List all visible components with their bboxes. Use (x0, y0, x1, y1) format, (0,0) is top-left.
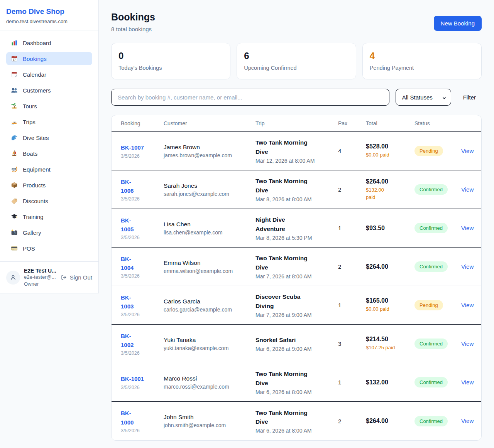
sidebar-item-equipment[interactable]: Equipment (6, 163, 92, 176)
grad-cap-icon (11, 213, 18, 220)
sidebar-item-discounts[interactable]: Discounts (6, 194, 92, 207)
stat-card: 4 Pending Payment (362, 43, 482, 79)
sidebar-item-label: POS (23, 245, 35, 252)
sidebar-item-trips[interactable]: Trips (6, 115, 92, 128)
tear-calendar-icon (11, 71, 18, 78)
view-link[interactable]: View (461, 186, 474, 193)
sidebar-item-dashboard[interactable]: Dashboard (6, 36, 92, 49)
booking-id-link[interactable]: BK-1000 (121, 409, 139, 427)
booking-id-link[interactable]: BK-1005 (121, 216, 139, 234)
booking-id-link[interactable]: BK-1001 (121, 376, 144, 382)
pax-cell: 3 (338, 340, 366, 347)
booking-date: 3/5/2026 (121, 196, 164, 202)
total-amount: $165.00 (366, 297, 414, 304)
brand-title[interactable]: Demo Dive Shop (6, 7, 92, 16)
page-subtitle: 8 total bookings (111, 26, 155, 32)
view-link[interactable]: View (461, 148, 474, 154)
total-cell: $214.50 $107.25 paid (366, 336, 414, 352)
bar-chart-icon (11, 39, 18, 46)
total-cell: $264.00 (366, 418, 414, 424)
search-input[interactable] (111, 89, 389, 106)
status-cell: Confirmed (414, 223, 461, 233)
sidebar-item-bookings[interactable]: Bookings (6, 52, 92, 65)
sidebar-item-gallery[interactable]: Gallery (6, 226, 92, 239)
trip-datetime: Mar 7, 2026 at 8:00 AM (255, 273, 338, 280)
sidebar-item-label: Equipment (23, 166, 51, 173)
column-header-pax: Pax (338, 120, 366, 126)
status-badge: Confirmed (414, 184, 448, 195)
table-row: BK-1005 3/5/2026 Lisa Chen lisa.chen@exa… (112, 209, 481, 248)
sidebar-item-tours[interactable]: Tours (6, 99, 92, 113)
total-cell: $264.00 (366, 263, 414, 270)
booking-date: 3/5/2026 (121, 235, 164, 240)
customer-email: carlos.garcia@example.com (164, 307, 255, 313)
user-info: E2E Test U... e2e-tester@... Owner (24, 268, 56, 287)
sidebar-item-pos[interactable]: POS (6, 242, 92, 255)
customer-cell: Carlos Garcia carlos.garcia@example.com (164, 298, 255, 313)
sidebar-item-customers[interactable]: Customers (6, 84, 92, 97)
trip-cell: Night Dive Adventure Mar 8, 2026 at 5:30… (255, 215, 338, 241)
stat-label: Upcoming Confirmed (244, 65, 349, 71)
sidebar-item-calendar[interactable]: Calendar (6, 68, 92, 81)
customer-name: Marco Rossi (164, 375, 255, 382)
actions-cell: View (461, 340, 474, 347)
sidebar-item-label: Tours (23, 103, 37, 109)
table-row: BK-1001 3/5/2026 Marco Rossi marco.rossi… (112, 363, 481, 402)
booking-id-link[interactable]: BK-1007 (121, 144, 144, 151)
user-footer: E2E Test U... e2e-tester@... Owner Sign … (0, 261, 98, 293)
view-link[interactable]: View (461, 263, 474, 270)
sidebar-item-boats[interactable]: Boats (6, 147, 92, 160)
total-amount: $264.00 (366, 178, 414, 185)
view-link[interactable]: View (461, 302, 474, 308)
booking-id-link[interactable]: BK-1002 (121, 332, 139, 350)
booking-id-link[interactable]: BK-1004 (121, 254, 139, 273)
customer-email: sarah.jones@example.com (164, 191, 255, 197)
trip-datetime: Mar 7, 2026 at 9:00 AM (255, 312, 338, 318)
customer-name: John Smith (164, 414, 255, 421)
status-badge: Pending (414, 146, 443, 156)
stat-label: Today's Bookings (118, 65, 223, 71)
customer-email: james.brown@example.com (164, 152, 255, 158)
sign-out-button[interactable]: Sign Out (61, 274, 92, 281)
customer-email: john.smith@example.com (164, 422, 255, 428)
sidebar-item-label: Bookings (23, 56, 47, 62)
page-header-text: Bookings 8 total bookings (111, 12, 155, 32)
sidebar-item-products[interactable]: Products (6, 179, 92, 192)
actions-cell: View (461, 379, 474, 386)
filter-row: All Statuses Filter (111, 89, 482, 106)
view-link[interactable]: View (461, 340, 474, 347)
sidebar-item-label: Discounts (23, 198, 48, 204)
status-cell: Confirmed (414, 377, 461, 387)
sidebar-item-label: Dive Sites (23, 135, 49, 141)
actions-cell: View (461, 302, 474, 309)
new-booking-button[interactable]: New Booking (434, 16, 482, 31)
paid-amount: $107.25 paid (366, 344, 414, 352)
table-row: BK-1004 3/5/2026 Emma Wilson emma.wilson… (112, 248, 481, 286)
trip-cell: Two Tank Morning Dive Mar 6, 2026 at 8:0… (255, 408, 338, 434)
status-select[interactable]: All Statuses (396, 89, 451, 106)
customer-cell: John Smith john.smith@example.com (164, 414, 255, 428)
filter-button[interactable]: Filter (457, 94, 482, 101)
customer-name: Emma Wilson (164, 259, 255, 266)
view-link[interactable]: View (461, 379, 474, 386)
booking-id-link[interactable]: BK-1006 (121, 177, 139, 195)
booking-id-link[interactable]: BK-1003 (121, 293, 139, 311)
wave-icon (11, 134, 18, 141)
table-row: BK-1002 3/5/2026 Yuki Tanaka yuki.tanaka… (112, 325, 481, 363)
status-cell: Pending (414, 146, 461, 156)
total-amount: $93.50 (366, 225, 414, 232)
booking-cell: BK-1001 3/5/2026 (121, 374, 164, 390)
total-cell: $165.00 $0.00 paid (366, 297, 414, 313)
sidebar-item-label: Calendar (23, 71, 46, 78)
view-link[interactable]: View (461, 225, 474, 231)
status-badge: Confirmed (414, 261, 448, 272)
sidebar-item-dive-sites[interactable]: Dive Sites (6, 131, 92, 144)
view-link[interactable]: View (461, 418, 474, 424)
trip-name: Two Tank Morning Dive (255, 177, 313, 195)
stat-label: Pending Payment (370, 65, 474, 71)
sidebar-item-label: Boats (23, 150, 37, 157)
status-badge: Confirmed (414, 339, 448, 349)
sidebar-item-training[interactable]: Training (6, 210, 92, 223)
trip-datetime: Mar 8, 2026 at 5:30 PM (255, 235, 338, 241)
person-icon (10, 274, 17, 281)
